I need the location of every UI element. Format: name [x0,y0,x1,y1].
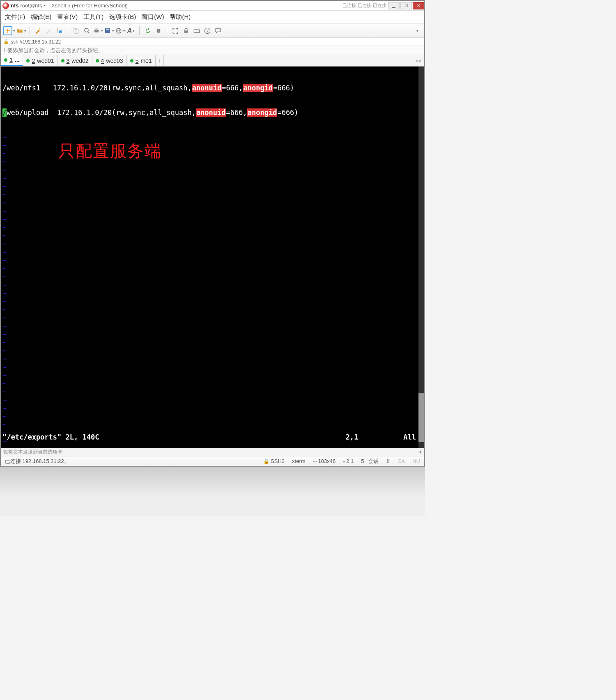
vim-tilde-line: ~ [2,248,424,256]
vim-tilde-line: ~ [2,133,424,141]
vim-tilde-line: ~ [2,412,424,421]
tab-label: wed03 [106,58,123,64]
tab-5[interactable]: 5 m01 [127,55,156,66]
maximize-button[interactable]: ☐ [400,2,412,9]
svg-rect-7 [95,28,98,30]
tab-status-dot [4,58,7,62]
vim-tilde-line: ~ [2,347,424,355]
arrows-icon: ⇵ [386,458,390,464]
send-mode-text: 仅将文本发送到当前选项卡 [3,449,62,456]
tab-label: ... [15,57,20,63]
vim-tilde-line: ~ [2,314,424,322]
svg-point-11 [157,28,161,33]
help-icon: ? [204,27,211,35]
scrollbar-thumb[interactable] [418,393,424,442]
svg-rect-3 [75,30,78,33]
fullscreen-button[interactable] [170,25,180,36]
address-url[interactable]: ssh://192.168.15.31:22 [11,39,61,45]
tab-status-dot [61,59,64,62]
vim-tilde-line: ~ [2,322,424,330]
conn-status-1: 已连接 [342,2,356,9]
copy-button[interactable] [71,25,81,36]
menu-edit[interactable]: 编辑(E) [31,13,51,21]
disconnect-button[interactable] [44,25,54,36]
vim-tilde-line: ~ [2,174,424,182]
expand-icon [172,27,179,35]
menu-tools[interactable]: 工具(T) [83,13,103,21]
vim-cursor-pos: 2,1 [346,433,359,441]
toolbar: + [1,24,424,38]
properties-button[interactable] [55,25,64,36]
vim-tilde-line: ~ [2,330,424,338]
vim-tilde-line: ~ [2,297,424,306]
vim-tilde-line: ~ [2,191,424,199]
menu-window[interactable]: 窗口(W) [142,13,164,21]
vim-tilde-line: ~ [2,273,424,281]
status-caps: CA [396,458,407,464]
page-shadow [0,467,425,516]
vim-tilde-line: ~ [2,445,424,448]
pencil-bolt-icon [34,27,42,35]
vim-tilde-line: ~ [2,380,424,388]
menubar: 文件(F) 编辑(E) 查看(V) 工具(T) 选项卡(B) 窗口(W) 帮助(… [1,11,424,24]
toolbar-overflow[interactable] [412,25,422,36]
new-session-button[interactable]: + [3,25,15,36]
svg-text:?: ? [206,28,209,33]
refresh-button[interactable] [143,25,153,36]
copy-icon [73,27,80,35]
vim-tilde-line: ~ [2,215,424,223]
svg-rect-13 [194,30,200,33]
send-mode-dropdown-icon[interactable]: ▾ [419,449,422,455]
send-mode-bar: 仅将文本发送到当前选项卡 ▾ [1,448,424,456]
help-button[interactable]: ? [202,25,212,36]
vim-tilde-line: ~ [2,240,424,248]
terminal-line: /web/upload 172.16.1.0/20(rw,sync,all_sq… [2,108,424,117]
chat-button[interactable] [213,25,223,36]
tab-4[interactable]: 4 wed03 [92,55,127,66]
connect-button[interactable] [33,25,43,36]
menu-tabs[interactable]: 选项卡(B) [109,13,136,21]
close-button[interactable]: ✕ [413,2,424,9]
conn-status-2: 已连接 [358,2,371,9]
highlight-button[interactable] [154,25,163,36]
lock-button[interactable] [181,25,191,36]
print-button[interactable] [93,25,103,36]
tab-strip: 1 ... 2 wed01 3 wed02 4 wed03 5 m01 + ◂ … [1,55,424,67]
tab-scroll-right-icon[interactable]: ▸ [419,58,422,63]
printer-icon [93,27,100,35]
font-a-icon: A [127,27,132,35]
tab-number: 2 [32,58,35,64]
font-button[interactable]: A [126,25,136,36]
pencil-icon [45,27,53,35]
language-button[interactable] [115,25,125,36]
tab-2[interactable]: 2 wed01 [23,55,57,66]
menu-help[interactable]: 帮助(H) [170,13,191,21]
minimize-button[interactable]: ▁ [388,2,400,9]
hint-bar: ⤴ 要添加当前会话，点击左侧的箭头按钮。 [1,46,424,55]
status-ssh: SSH2 [271,458,285,464]
terminal-scrollbar[interactable] [418,67,424,448]
terminal-line: /web/nfs1 172.16.1.0/20(rw,sync,all_squa… [2,84,424,92]
vim-tilde-line: ~ [2,388,424,396]
vim-tilde-line: ~ [2,265,424,273]
keyboard-button[interactable] [192,25,202,36]
find-button[interactable] [82,25,92,36]
vim-status-line: "/etc/exports" 2L, 140C 2,1 All [1,433,418,441]
tab-number: 5 [136,58,139,64]
vim-tilde-line: ~ [2,404,424,412]
tab-3[interactable]: 3 wed02 [58,55,92,66]
tab-1[interactable]: 1 ... [1,55,23,66]
menu-view[interactable]: 查看(V) [57,13,78,21]
tab-scroll-left-icon[interactable]: ◂ [415,58,418,63]
terminal[interactable]: /web/nfs1 172.16.1.0/20(rw,sync,all_squa… [1,67,424,448]
save-button[interactable] [104,25,114,36]
keyboard-icon [193,27,200,35]
tab-number: 3 [67,58,70,64]
conn-status-3: 已连接 [373,2,386,9]
status-session-count: 5 [361,458,364,464]
tab-add-button[interactable]: + [156,55,164,66]
open-folder-button[interactable] [16,25,26,36]
menu-file[interactable]: 文件(F) [5,13,25,21]
vim-tilde-line: ~ [2,182,424,191]
tab-label: m01 [140,58,152,64]
